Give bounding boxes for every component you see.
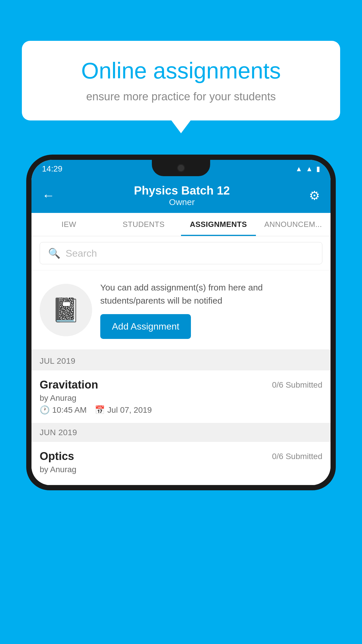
- assignment-date-gravitation: Jul 07, 2019: [107, 405, 152, 415]
- signal-icon: ▲: [306, 165, 313, 173]
- assignment-time-gravitation: 10:45 AM: [52, 405, 87, 415]
- calendar-icon: 📅: [95, 405, 105, 415]
- app-header: ← Physics Batch 12 Owner ⚙: [31, 178, 331, 213]
- settings-icon[interactable]: ⚙: [309, 188, 320, 203]
- search-bar[interactable]: 🔍 Search: [40, 242, 322, 264]
- tab-assignments[interactable]: ASSIGNMENTS: [181, 213, 256, 236]
- tab-assignments-label: ASSIGNMENTS: [190, 220, 247, 229]
- tab-students[interactable]: STUDENTS: [106, 213, 181, 236]
- header-title: Physics Batch 12: [134, 184, 230, 197]
- search-icon: 🔍: [48, 247, 60, 259]
- assignment-submitted-gravitation: 0/6 Submitted: [272, 380, 322, 390]
- phone-outer: 14:29 ▲ ▲ ▮ ← Physics Batch 12 Owner ⚙: [26, 155, 336, 490]
- clock-icon: 🕐: [40, 405, 50, 415]
- bubble-title: Online assignments: [42, 58, 320, 83]
- section-header-jul: JUL 2019: [31, 352, 331, 370]
- tabs-bar: IEW STUDENTS ASSIGNMENTS ANNOUNCEM...: [31, 213, 331, 236]
- assignment-top-row-optics: Optics 0/6 Submitted: [40, 450, 322, 463]
- phone-screen: 14:29 ▲ ▲ ▮ ← Physics Batch 12 Owner ⚙: [31, 160, 331, 485]
- phone-notch: [152, 160, 210, 176]
- assignment-submitted-optics: 0/6 Submitted: [272, 452, 322, 461]
- promo-description: You can add assignment(s) from here and …: [100, 281, 322, 307]
- tab-iew-label: IEW: [61, 220, 76, 229]
- assignment-meta-gravitation: 🕐 10:45 AM 📅 Jul 07, 2019: [40, 405, 322, 415]
- section-header-jun: JUN 2019: [31, 423, 331, 442]
- assignment-by-optics: by Anurag: [40, 465, 322, 474]
- assignment-title-optics: Optics: [40, 450, 74, 463]
- meta-date-gravitation: 📅 Jul 07, 2019: [95, 405, 152, 415]
- status-time: 14:29: [42, 164, 62, 174]
- assignment-top-row: Gravitation 0/6 Submitted: [40, 379, 322, 391]
- add-assignment-button[interactable]: Add Assignment: [100, 314, 191, 339]
- tab-iew[interactable]: IEW: [31, 213, 106, 236]
- front-camera: [177, 164, 185, 172]
- notebook-icon: 📓: [51, 296, 80, 324]
- tab-announcements[interactable]: ANNOUNCEM...: [256, 213, 331, 236]
- search-container: 🔍 Search: [31, 236, 331, 270]
- assignment-gravitation[interactable]: Gravitation 0/6 Submitted by Anurag 🕐 10…: [31, 370, 331, 423]
- speech-bubble-container: Online assignments ensure more practice …: [22, 41, 340, 120]
- tab-announcements-label: ANNOUNCEM...: [264, 220, 322, 229]
- phone-container: 14:29 ▲ ▲ ▮ ← Physics Batch 12 Owner ⚙: [26, 155, 336, 644]
- battery-icon: ▮: [316, 165, 320, 173]
- section-month-jun: JUN 2019: [40, 428, 77, 437]
- promo-content: You can add assignment(s) from here and …: [100, 281, 322, 339]
- assignment-by-gravitation: by Anurag: [40, 393, 322, 403]
- wifi-icon: ▲: [295, 165, 302, 173]
- promo-icon-circle: 📓: [40, 284, 92, 336]
- bubble-subtitle: ensure more practice for your students: [42, 90, 320, 103]
- header-title-area: Physics Batch 12 Owner: [134, 184, 230, 207]
- meta-time-gravitation: 🕐 10:45 AM: [40, 405, 87, 415]
- assignment-optics[interactable]: Optics 0/6 Submitted by Anurag: [31, 442, 331, 485]
- tab-students-label: STUDENTS: [123, 220, 165, 229]
- section-month-jul: JUL 2019: [40, 356, 75, 365]
- speech-bubble: Online assignments ensure more practice …: [22, 41, 340, 120]
- status-icons: ▲ ▲ ▮: [295, 165, 320, 173]
- back-button[interactable]: ←: [42, 188, 55, 203]
- assignment-title-gravitation: Gravitation: [40, 379, 98, 391]
- promo-section: 📓 You can add assignment(s) from here an…: [31, 270, 331, 352]
- header-subtitle: Owner: [134, 197, 230, 207]
- search-input[interactable]: Search: [66, 248, 97, 259]
